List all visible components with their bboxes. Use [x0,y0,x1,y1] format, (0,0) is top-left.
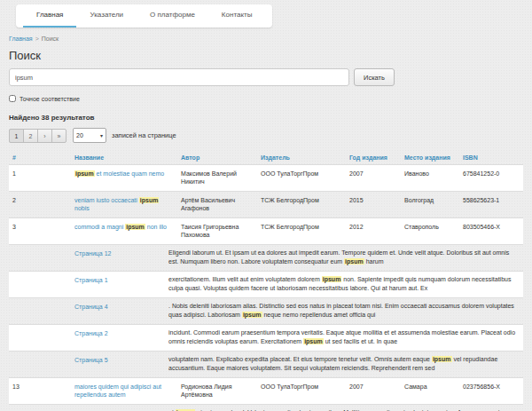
table-header-row: #НазваниеАвторИздательГод изданияМесто и… [9,151,523,165]
snippet-text: voluptatem nam. Explicabo expedita place… [168,355,520,374]
search-input[interactable] [9,68,349,86]
column-header[interactable]: Издатель [257,151,346,165]
page-link-cell: Страница 5 [71,351,177,377]
column-header[interactable]: Название [71,151,177,165]
isbn-cell: 558625623-1 [459,191,523,217]
place-cell: Самара [401,377,459,404]
pagination: 12›» [9,129,66,143]
page-link-cell: Страница 1 [71,271,177,297]
breadcrumb-home-link[interactable]: Главная [9,36,33,42]
row-number-cell [9,297,71,324]
page-link-cell: Страница 4 [71,297,177,324]
per-page-select[interactable]: 20 ▾ [73,128,106,143]
page-title: Поиск [9,49,523,62]
table-row: Страница 2incidunt. Commodi earum praese… [9,324,523,351]
page-link-cell: Страница 2 [71,324,177,351]
publisher-cell: ООО ТулаТоргПром [257,377,346,404]
page-link[interactable]: Страница 5 [74,357,108,363]
title-link[interactable]: maiores quidem qui adipisci aut repellen… [74,383,161,398]
pagination-row: 12›» 20 ▾ записей на странице [9,128,523,143]
snippet-text: et ipsum eius iure sed sed. Voluptas rep… [168,408,520,411]
publisher-cell: ТСЖ БелгородПром [257,191,346,217]
snippet-text: incidunt. Commodi earum praesentium temp… [168,328,520,347]
per-page-label: записей на странице [112,131,176,139]
exact-match-checkbox[interactable] [9,95,16,102]
exact-match-label: Точное соответствие [20,96,80,102]
nav-tab[interactable]: Контакты [208,4,266,28]
search-term-highlight: ipsum [303,338,324,344]
title-cell: commodi a magni ipsum non illo [71,217,177,244]
column-header[interactable]: # [9,151,71,165]
results-table-body: 1ipsum et molestiae quam nemoМаксимов Ва… [9,165,523,411]
results-count: Найдено 38 результатов [9,114,523,122]
page-link[interactable]: Страница 12 [74,250,111,257]
year-cell: 2007 [346,165,401,192]
page-container: ГлавнаяУказателиО платформеКонтакты Глав… [0,0,532,411]
title-cell: ipsum et molestiae quam nemo [71,165,177,192]
nav-tab[interactable]: Указатели [76,4,137,28]
page-button[interactable]: 1 [9,129,24,143]
search-term-highlight: ipsum [139,197,160,203]
table-row: 13maiores quidem qui adipisci aut repell… [9,377,523,404]
nav-tab[interactable]: О платформе [137,4,208,28]
title-link[interactable]: ipsum et molestiae quam nemo [74,170,164,177]
row-number-cell: 3 [9,217,71,244]
table-row: Страница 1exercitationem. Illum velit au… [9,271,523,297]
column-header[interactable]: Год издания [346,151,401,165]
column-header[interactable]: Автор [177,151,257,165]
page-link-cell: Страница 12 [71,244,177,271]
search-button[interactable]: Искать [354,68,395,86]
table-row: 3commodi a magni ipsum non illoТаисия Гр… [9,217,523,244]
exact-match-row: Точное соответствие [9,95,523,102]
year-cell: 2012 [346,217,401,244]
year-cell: 2015 [346,191,401,217]
nav-tab[interactable]: Главная [23,4,76,28]
per-page-value: 20 [76,132,83,138]
page-button[interactable]: 2 [23,129,38,143]
publisher-cell: ООО ТулаТоргПром [257,165,346,192]
row-number-cell [9,244,71,271]
author-cell: Таисия Григорьевна Пахомова [177,217,257,244]
year-cell: 2007 [346,377,401,404]
table-row: 1ipsum et molestiae quam nemoМаксимов Ва… [9,165,523,192]
column-header[interactable]: ISBN [459,151,523,165]
isbn-cell: 675841252-0 [459,165,523,192]
author-cell: Родионова Лидия Артёмовна [177,377,257,404]
results-table: #НазваниеАвторИздательГод изданияМесто и… [9,151,523,411]
search-form: Искать [9,68,523,86]
place-cell: Волгоград [401,191,459,217]
search-term-highlight: ipsum [125,224,145,230]
top-nav: ГлавнаяУказателиО платформеКонтакты [16,4,272,28]
row-number-cell: 2 [9,191,71,217]
title-link[interactable]: veniam iusto occaecati ipsum nobis [74,197,159,211]
page-button[interactable]: › [37,129,52,143]
title-cell: veniam iusto occaecati ipsum nobis [71,191,177,217]
snippet-cell: . Nobis deleniti laboriosam alias. Disti… [177,297,523,324]
column-header[interactable]: Место издания [401,151,459,165]
search-term-highlight: ipsum [74,170,95,177]
isbn-cell: 803505466-X [459,217,523,244]
isbn-cell: 023756856-X [459,377,523,404]
table-row: Страница 6et ipsum eius iure sed sed. Vo… [9,404,523,411]
search-term-highlight: ipsum [242,312,262,318]
snippet-cell: voluptatem nam. Explicabo expedita place… [177,351,523,377]
row-number-cell [9,271,71,297]
row-number-cell [9,404,71,411]
author-cell: Артём Васильевич Агафонов [177,191,257,217]
title-cell: maiores quidem qui adipisci aut repellen… [71,377,177,404]
row-number-cell: 13 [9,377,71,404]
page-link[interactable]: Страница 4 [74,304,108,310]
page-link[interactable]: Страница 2 [74,330,108,336]
row-number-cell [9,351,71,377]
snippet-text: . Nobis deleniti laboriosam alias. Disti… [168,302,520,320]
page-link[interactable]: Страница 1 [74,277,108,283]
title-link[interactable]: commodi a magni ipsum non illo [74,224,167,230]
search-term-highlight: ipsum [322,276,342,282]
breadcrumb-separator: > [35,36,39,42]
place-cell: Ставрополь [401,217,459,244]
table-row: Страница 5voluptatem nam. Explicabo expe… [9,351,523,377]
snippet-cell: et ipsum eius iure sed sed. Voluptas rep… [177,404,523,411]
author-cell: Максимов Валерий Никитич [177,165,257,192]
snippet-cell: Eligendi laborum ut. Et ipsam ut ea dolo… [177,244,523,271]
page-button[interactable]: » [51,129,66,143]
